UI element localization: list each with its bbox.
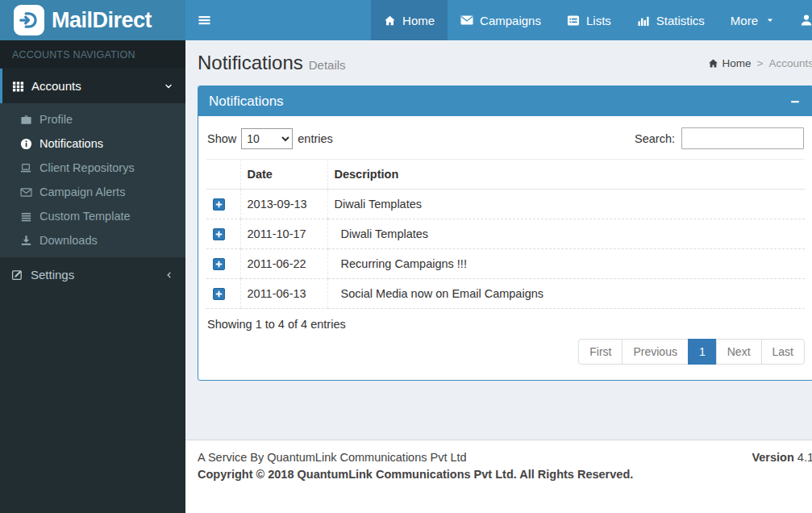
- pagination-previous[interactable]: Previous: [622, 339, 688, 365]
- sidebar-item-client-repositorys-label: Client Repositorys: [40, 161, 135, 174]
- column-header-description: Description: [327, 160, 805, 190]
- row-date: 2011-06-22: [240, 249, 327, 279]
- chevron-left-icon: [164, 270, 173, 280]
- app-window: MailDirect Home Campaigns Lists Statisti…: [0, 0, 812, 513]
- sidebar-item-accounts-label: Accounts: [31, 79, 81, 93]
- table-info: Showing 1 to 4 of 4 entries: [206, 309, 805, 332]
- sidebar-toggle-button[interactable]: [185, 0, 223, 40]
- info-circle-icon: [19, 138, 32, 150]
- table-controls: Show 10 entries Search:: [206, 124, 805, 159]
- pencil-square-icon: [11, 269, 23, 281]
- nav-statistics-label: Statistics: [656, 14, 705, 27]
- page-subtitle: Details: [309, 58, 346, 72]
- footer-version: Version 4.1: [752, 451, 812, 464]
- grid-icon: [12, 80, 24, 92]
- home-icon: [384, 15, 396, 27]
- page-title: NotificationsDetails: [198, 52, 346, 74]
- sidebar-item-settings-label: Settings: [31, 268, 74, 282]
- align-justify-icon: [19, 211, 32, 222]
- table-row: 2013-09-13 Diwali Templates: [206, 190, 805, 219]
- list-alt-icon: [567, 15, 580, 27]
- entries-label: entries: [298, 132, 333, 145]
- plus-square-icon: [214, 290, 223, 298]
- table-row: 2011-10-17 Diwali Templates: [206, 219, 805, 249]
- nav-more-label: More: [731, 14, 758, 27]
- hamburger-icon: [198, 14, 211, 27]
- plus-square-icon: [214, 200, 223, 209]
- column-header-date: Date: [240, 160, 327, 190]
- row-expand-button[interactable]: [213, 198, 225, 211]
- breadcrumb: Home > Accounts: [708, 57, 812, 69]
- briefcase-icon: [19, 114, 32, 125]
- table-row: 2011-06-22 Recurring Campaigns !!!: [206, 249, 805, 279]
- panel-header: Notifications: [198, 86, 812, 116]
- page-length-select[interactable]: 10: [241, 128, 293, 149]
- plus-square-icon: [214, 260, 223, 269]
- row-description: Diwali Templates: [327, 190, 805, 219]
- home-icon: [708, 58, 718, 69]
- top-navbar: MailDirect Home Campaigns Lists Statisti…: [0, 0, 812, 40]
- table-header-row: Date Description: [206, 160, 805, 190]
- show-label: Show: [207, 132, 236, 145]
- breadcrumb-separator: >: [757, 57, 764, 69]
- row-expand-button[interactable]: [213, 258, 225, 270]
- bar-chart-icon: [637, 15, 650, 27]
- row-expand-button[interactable]: [213, 228, 225, 240]
- chevron-down-icon: [164, 81, 173, 91]
- brand-name: MailDirect: [52, 8, 152, 33]
- main-content: NotificationsDetails Home > Accounts Not…: [185, 40, 812, 513]
- sidebar-item-downloads[interactable]: Downloads: [0, 228, 185, 252]
- row-date: 2013-09-13: [240, 190, 327, 219]
- row-description: Social Media now on Email Campaigns: [327, 279, 805, 309]
- breadcrumb-current: Accounts: [768, 57, 812, 69]
- row-description: Recurring Campaigns !!!: [327, 249, 805, 279]
- footer: A Service By QuantumLink Communications …: [185, 440, 812, 513]
- envelope-icon: [460, 15, 473, 26]
- page-length-control: Show 10 entries: [207, 128, 333, 149]
- nav-campaigns[interactable]: Campaigns: [448, 0, 554, 40]
- sidebar-item-campaign-alerts-label: Campaign Alerts: [40, 186, 125, 198]
- sidebar-item-accounts[interactable]: Accounts: [0, 69, 185, 103]
- search-input[interactable]: [681, 127, 804, 149]
- pagination-page-1[interactable]: 1: [688, 339, 717, 365]
- sidebar-item-profile[interactable]: Profile: [0, 107, 185, 131]
- nav-user[interactable]: [787, 0, 812, 40]
- brand-logo[interactable]: MailDirect: [0, 0, 185, 40]
- search-label: Search:: [635, 132, 675, 145]
- sidebar: ACCOUNTS NAVIGATION Accounts Profile Not…: [0, 40, 185, 513]
- nav-home[interactable]: Home: [371, 0, 448, 40]
- nav-more[interactable]: More: [718, 0, 787, 40]
- maildirect-arrow-d-icon: [14, 5, 44, 35]
- pagination-first[interactable]: First: [578, 339, 623, 365]
- sidebar-item-client-repositorys[interactable]: Client Repositorys: [0, 156, 185, 180]
- sidebar-item-settings[interactable]: Settings: [0, 257, 185, 292]
- pagination-next[interactable]: Next: [716, 339, 762, 365]
- sidebar-item-custom-template[interactable]: Custom Template: [0, 204, 185, 228]
- sidebar-item-downloads-label: Downloads: [40, 234, 98, 247]
- panel-body: Show 10 entries Search:: [198, 116, 812, 380]
- minus-icon: [789, 96, 801, 107]
- plus-square-icon: [214, 230, 223, 239]
- laptop-icon: [19, 162, 32, 173]
- pagination-container: First Previous 1 Next Last: [206, 332, 805, 372]
- nav-statistics[interactable]: Statistics: [624, 0, 718, 40]
- nav-home-label: Home: [402, 14, 435, 27]
- top-nav: Home Campaigns Lists Statistics More: [371, 0, 812, 40]
- sidebar-item-notifications[interactable]: Notifications: [0, 131, 185, 156]
- row-expand-button[interactable]: [213, 288, 225, 300]
- pagination-last[interactable]: Last: [761, 339, 805, 365]
- sidebar-section-header: ACCOUNTS NAVIGATION: [0, 40, 185, 69]
- nav-campaigns-label: Campaigns: [480, 14, 541, 27]
- sidebar-item-profile-label: Profile: [40, 113, 73, 126]
- sidebar-item-notifications-label: Notifications: [40, 137, 103, 150]
- panel-collapse-button[interactable]: [788, 94, 802, 109]
- nav-lists[interactable]: Lists: [554, 0, 624, 40]
- table-row: 2011-06-13 Social Media now on Email Cam…: [206, 279, 805, 309]
- breadcrumb-home[interactable]: Home: [708, 57, 752, 69]
- sidebar-item-campaign-alerts[interactable]: Campaign Alerts: [0, 180, 185, 204]
- accounts-submenu: Profile Notifications Client Repositorys…: [0, 103, 185, 257]
- notifications-panel: Notifications Show 10 entries: [198, 86, 812, 381]
- footer-copyright: Copyright © 2018 QuantumLink Communicati…: [198, 468, 633, 481]
- notifications-table: Date Description 2013-09-13 Diwali Templ…: [206, 159, 805, 309]
- download-icon: [19, 235, 32, 246]
